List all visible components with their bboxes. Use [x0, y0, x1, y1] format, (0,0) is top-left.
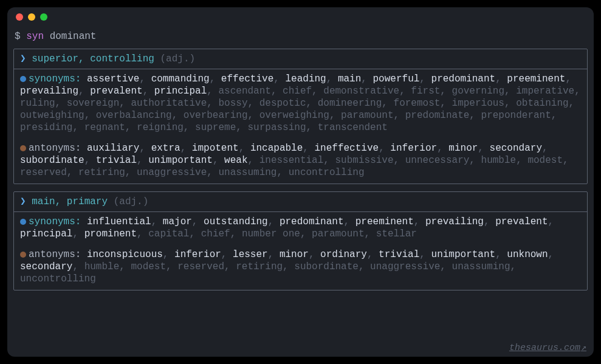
separator: , [359, 261, 370, 272]
separator: , [551, 110, 557, 121]
titlebar [7, 7, 594, 27]
separator: , [268, 249, 280, 260]
bullet-icon [20, 219, 26, 225]
separator: , [236, 122, 247, 133]
word: influential [87, 216, 151, 227]
separator: , [419, 249, 431, 260]
word: trivial [96, 155, 137, 166]
word: retiring [78, 167, 125, 178]
separator: , [119, 98, 131, 109]
word: extra [151, 143, 180, 154]
word: obtaining [516, 98, 568, 109]
separator: , [221, 249, 233, 260]
separator: , [484, 216, 495, 227]
separator: , [469, 110, 481, 121]
word: powerful [373, 74, 420, 84]
minimize-icon[interactable] [28, 13, 35, 21]
word: reigning [137, 122, 184, 133]
antonyms-block: antonyms: inconspicuous, inferior, lesse… [20, 249, 581, 285]
word: principal [20, 228, 72, 239]
word: overbearing [184, 110, 248, 121]
separator: , [382, 98, 393, 109]
separator: , [139, 143, 151, 154]
word: reserved [177, 261, 224, 272]
word: unassuming [218, 167, 276, 178]
separator: , [329, 110, 341, 121]
word: inferior [390, 143, 437, 154]
separator: , [379, 143, 390, 154]
word: secondary [20, 261, 72, 272]
word: preeminent [507, 74, 565, 84]
word: bossy [218, 98, 247, 109]
separator: , [137, 228, 148, 239]
word: authoritative [131, 98, 207, 109]
word: overweighing [259, 110, 329, 121]
word: minor [280, 249, 309, 260]
word: paramount [312, 228, 364, 239]
word: effective [221, 74, 273, 84]
word: supreme [195, 122, 236, 133]
antonyms-label: antonyms: [29, 143, 87, 154]
word: preponderant [481, 110, 551, 121]
separator: , [440, 86, 452, 97]
separator: , [276, 167, 288, 178]
word: reserved [20, 167, 67, 178]
word: demonstrative [323, 86, 399, 97]
chevron-right-icon: ❯ [20, 53, 26, 64]
word: unaggressive [137, 167, 207, 178]
terminal-body: $ syn dominant ❯ superior, controlling (… [7, 27, 594, 357]
separator: , [213, 155, 224, 166]
prompt-symbol: $ [15, 31, 21, 42]
separator: , [323, 155, 335, 166]
word: domineering [318, 98, 382, 109]
separator: , [574, 86, 580, 97]
word: secondary [490, 143, 542, 154]
separator: , [510, 261, 517, 272]
source-link[interactable]: thesaurus.com↗ [509, 343, 586, 354]
separator: , [207, 98, 218, 109]
separator: , [125, 122, 137, 133]
word: predominant [280, 216, 344, 227]
word: chief [201, 228, 230, 239]
word: uncontrolling [20, 273, 96, 284]
separator: , [72, 228, 84, 239]
word: governing [452, 86, 504, 97]
word: major [163, 216, 192, 227]
word: prominent [84, 228, 137, 239]
antonyms-label: antonyms: [29, 249, 87, 260]
word: subordinate [294, 261, 359, 272]
separator: , [78, 86, 90, 97]
separator: , [84, 110, 96, 121]
sense-header: ❯ superior, controlling (adj.) [14, 49, 587, 69]
bullet-icon [20, 145, 26, 151]
close-icon[interactable] [16, 13, 23, 21]
separator: , [55, 98, 67, 109]
command: syn [26, 31, 44, 42]
separator: , [192, 216, 204, 227]
separator: , [72, 261, 84, 272]
separator: , [469, 155, 481, 166]
separator: , [303, 143, 314, 154]
word: unimportant [431, 249, 496, 260]
word: prevailing [425, 216, 484, 227]
separator: , [268, 216, 280, 227]
separator: , [504, 86, 516, 97]
separator: , [247, 98, 259, 109]
separator: , [312, 86, 323, 97]
separator: , [119, 261, 131, 272]
word: assertive [87, 74, 139, 84]
word: preeminent [355, 216, 414, 227]
word: number one [242, 228, 300, 239]
separator: , [306, 98, 318, 109]
word: submissive [335, 155, 394, 166]
sense-title: superior, controlling [32, 53, 154, 64]
separator: , [207, 86, 218, 97]
maximize-icon[interactable] [40, 13, 47, 21]
word: unimportant [148, 155, 213, 166]
word: ordinary [320, 249, 367, 260]
word: unassuming [452, 261, 510, 272]
word: paramount [341, 110, 393, 121]
separator: , [399, 86, 411, 97]
separator: , [207, 167, 218, 178]
separator: , [125, 167, 137, 178]
